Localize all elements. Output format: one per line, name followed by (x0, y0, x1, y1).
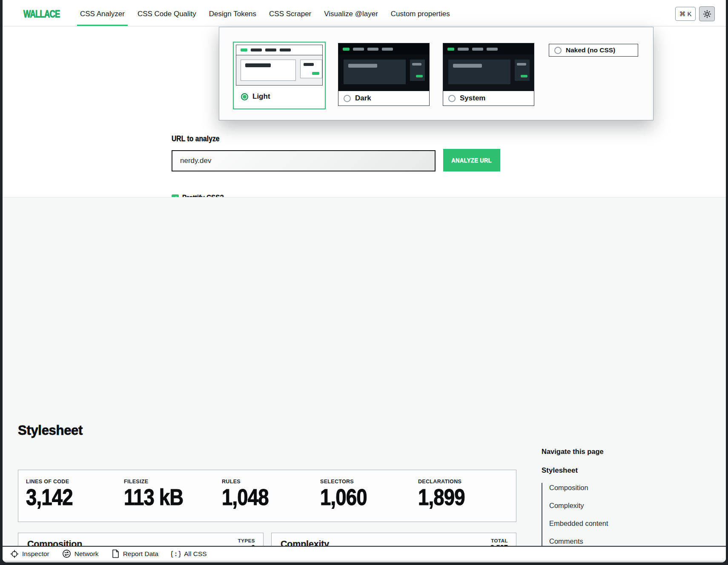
results-section: Stylesheet LINES OF CODE3,142FILESIZE113… (3, 197, 726, 562)
analyze-url-button[interactable]: ANALYZE URL (443, 149, 500, 171)
bottom-strip (3, 561, 726, 562)
theme-option-dark[interactable]: Dark (338, 43, 430, 106)
theme-option-naked[interactable]: Naked (no CSS) (549, 44, 638, 57)
dark-preview (338, 43, 429, 91)
stat-declarations: DECLARATIONS1,899 (418, 478, 516, 522)
url-input[interactable] (172, 150, 436, 171)
tab-css-code-quality[interactable]: CSS Code Quality (131, 2, 203, 26)
stylesheet-heading: Stylesheet (18, 423, 83, 438)
nav-item-stylesheet-complexity[interactable]: Complexity (549, 502, 648, 510)
theme-option-light[interactable]: Light (233, 42, 326, 109)
theme-label-light: Light (252, 92, 270, 101)
theme-option-system[interactable]: System (443, 43, 534, 106)
nav-item-stylesheet-composition[interactable]: Composition (549, 484, 648, 492)
radio-light[interactable] (241, 93, 248, 100)
page-nav: Navigate this page StylesheetComposition… (542, 448, 648, 562)
tab-design-tokens[interactable]: Design Tokens (203, 2, 263, 26)
nav-group-stylesheet[interactable]: Stylesheet (542, 466, 648, 475)
radio-dark[interactable] (344, 95, 351, 102)
wallace-logo[interactable]: WALLACE (23, 9, 69, 20)
report-data-icon (112, 549, 120, 558)
theme-label-dark: Dark (355, 94, 371, 103)
command-palette-button[interactable]: ⌘ K (675, 7, 696, 21)
nav-item-stylesheet-comments[interactable]: Comments (549, 537, 648, 545)
tab-custom-properties[interactable]: Custom properties (384, 2, 456, 26)
header-actions: ⌘ K (675, 2, 715, 26)
toolbar-network[interactable]: Network (62, 549, 99, 558)
page: WALLACE CSS AnalyzerCSS Code QualityDesi… (3, 0, 726, 562)
light-preview (236, 45, 323, 86)
page-nav-title: Navigate this page (542, 448, 648, 456)
all-css-icon: {:} (171, 550, 181, 558)
radio-naked[interactable] (554, 47, 562, 54)
tab-visualize-layer[interactable]: Visualize @layer (318, 2, 384, 26)
url-label: URL to analyze (172, 134, 225, 143)
sun-icon (703, 10, 711, 18)
toolbar-all-css[interactable]: {:}All CSS (171, 550, 206, 558)
stat-rules: RULES1,048 (222, 478, 320, 522)
inspector-icon (10, 550, 19, 558)
tab-css-scraper[interactable]: CSS Scraper (263, 2, 318, 26)
header: WALLACE CSS AnalyzerCSS Code QualityDesi… (3, 2, 726, 26)
stat-lines-of-code: LINES OF CODE3,142 (26, 478, 124, 522)
bottom-toolbar: InspectorNetworkReport Data{:}All CSS (3, 546, 726, 561)
nav-item-stylesheet-embedded-content[interactable]: Embedded content (549, 519, 648, 528)
network-icon (62, 549, 71, 558)
radio-system[interactable] (448, 95, 456, 102)
theme-menu: LightDarkSystemNaked (no CSS) (219, 27, 653, 120)
theme-toggle-button[interactable] (699, 6, 715, 21)
app-window: WALLACE CSS AnalyzerCSS Code QualityDesi… (0, 0, 728, 565)
theme-label-system: System (460, 94, 485, 103)
toolbar-report-data[interactable]: Report Data (112, 549, 159, 558)
theme-label-naked: Naked (no CSS) (566, 46, 615, 54)
stat-filesize: FILESIZE113 kB (124, 478, 222, 522)
tab-css-analyzer[interactable]: CSS Analyzer (74, 2, 131, 26)
system-preview (443, 43, 534, 91)
svg-text:{:}: {:} (171, 550, 181, 558)
main-nav: CSS AnalyzerCSS Code QualityDesign Token… (74, 2, 456, 26)
stylesheet-stats-panel: LINES OF CODE3,142FILESIZE113 kBRULES1,0… (18, 470, 516, 522)
toolbar-inspector[interactable]: Inspector (10, 550, 49, 558)
stat-selectors: SELECTORS1,060 (320, 478, 418, 522)
